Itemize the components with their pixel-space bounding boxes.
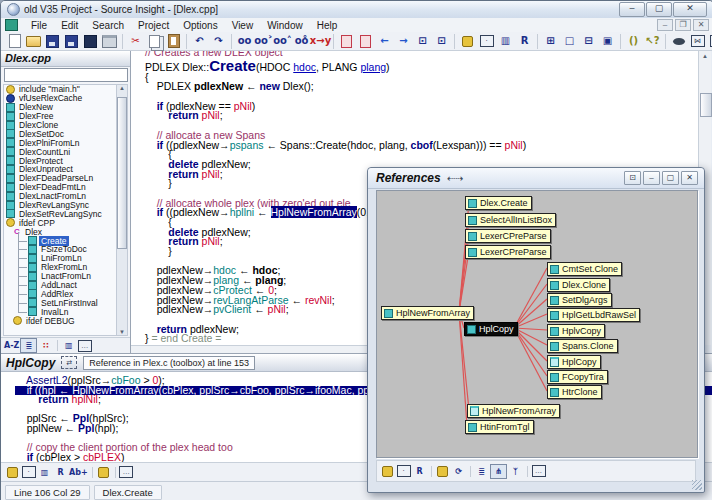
ref-node-hplnewfromarray[interactable]: HplNewFromArray — [467, 404, 560, 418]
mdi-restore-button[interactable]: ❐ — [675, 19, 691, 31]
ab-button[interactable]: Ab+ — [69, 466, 88, 479]
ref-node-fcopytira[interactable]: FCopyTira — [547, 370, 608, 384]
split-window-button[interactable]: ⊟ — [580, 34, 598, 49]
ref-node-hplcopy[interactable]: HplCopy — [464, 322, 518, 336]
ref-node-htinfromtgl[interactable]: HtinFromTgl — [465, 420, 534, 434]
print-button[interactable] — [101, 34, 119, 49]
symbol-scroll-thumb[interactable] — [117, 97, 127, 249]
menu-view[interactable]: View — [225, 20, 261, 31]
editor-scroll-thumb[interactable] — [700, 93, 712, 117]
call-parens-button[interactable]: () — [625, 34, 643, 49]
ref-node-lexercpreparse[interactable]: LexerCPreParse — [465, 245, 551, 259]
view-tree-button[interactable]: ᛉ — [508, 465, 523, 478]
menu-search[interactable]: Search — [85, 20, 131, 31]
save-as-button[interactable] — [63, 34, 81, 49]
members-button[interactable]: ∷ — [38, 339, 53, 352]
properties-button[interactable]: … — [77, 339, 92, 352]
code-line[interactable]: PDLEX Dlex::Create(HDOC hdoc, PLANG plan… — [145, 58, 526, 73]
menu-options[interactable]: Options — [176, 20, 224, 31]
ref-node-selectallinlistbox[interactable]: SelectAllInListBox — [465, 213, 556, 227]
resize-grip[interactable] — [692, 480, 702, 490]
maximize-button[interactable]: ▢ — [646, 2, 672, 17]
relation-window-button[interactable]: R — [516, 34, 534, 49]
view-list-button[interactable]: ≣ — [20, 338, 37, 353]
refresh-button[interactable]: ⟳ — [451, 465, 466, 478]
code-line[interactable]: if ((pdlexNew→pspans ← Spans::Create(hdo… — [145, 141, 526, 151]
context-window-button[interactable]: · — [478, 34, 496, 49]
lock-button[interactable] — [96, 466, 111, 479]
symbol-window-button[interactable]: ≡ — [708, 34, 712, 49]
lock-edit-button[interactable] — [380, 465, 395, 478]
save-all-button[interactable] — [82, 34, 100, 49]
jump-in-button[interactable]: ⊡ — [414, 34, 432, 49]
symbol-list-item[interactable]: ifdef DEBUG — [4, 316, 119, 325]
help-pointer-button[interactable]: ↖? — [644, 34, 662, 49]
ref-node-hplvcopy[interactable]: HplvCopy — [547, 324, 605, 338]
menu-window[interactable]: Window — [260, 20, 310, 31]
replace-button[interactable]: x→y — [312, 34, 330, 49]
references-title-bar[interactable]: References ⇠⇢ ⊡ – ▢ ✕ — [368, 168, 704, 189]
hyperlink-button[interactable] — [670, 34, 688, 49]
document-icon[interactable] — [5, 19, 18, 31]
mark-2-button[interactable] — [357, 34, 375, 49]
mark-button[interactable] — [338, 34, 356, 49]
ref-node-hplcopy[interactable]: HplCopy — [547, 355, 601, 369]
references-minimize-button[interactable]: – — [643, 171, 660, 185]
code-line[interactable]: PDLEX pdlexNew ← new Dlex(); — [145, 82, 526, 92]
ref-node-lexercpreparse[interactable]: LexerCPreParse — [465, 229, 551, 243]
properties-button[interactable]: … — [531, 465, 546, 478]
ref-node-spans-clone[interactable]: Spans.Clone — [547, 339, 618, 353]
references-dock-button[interactable]: ⊡ — [624, 171, 641, 185]
redo-button[interactable]: ↷ — [210, 34, 228, 49]
browse-project-button[interactable]: ▥ — [497, 34, 515, 49]
ref-node-hplgetlbdrawsel[interactable]: HplGetLbdRawSel — [547, 308, 640, 322]
cut-button[interactable]: ✂ — [127, 34, 145, 49]
full-window-button[interactable]: □ — [561, 34, 579, 49]
view-relation-button[interactable]: ⋔ — [490, 464, 507, 479]
ref-node-cmtset-clone[interactable]: CmtSet.Clone — [547, 262, 622, 276]
az-button[interactable]: A-Z — [4, 339, 19, 352]
go-back-button[interactable]: ← — [376, 34, 394, 49]
cascade-windows-button[interactable]: ▣ — [599, 34, 617, 49]
ref-node-dlex-clone[interactable]: Dlex.Clone — [547, 278, 610, 292]
relation-window-button[interactable]: R — [412, 465, 427, 478]
code-line[interactable]: return pNil; — [145, 111, 526, 121]
search-backward-button[interactable]: oo˄ — [274, 34, 292, 49]
search-files-button[interactable]: oo̊ — [293, 34, 311, 49]
undo-button[interactable]: ↶ — [191, 34, 209, 49]
mdi-close-button[interactable]: ✕ — [693, 19, 709, 31]
minimize-button[interactable]: – — [619, 2, 645, 17]
menu-project[interactable]: Project — [131, 20, 176, 31]
tile-windows-button[interactable]: ⊞ — [542, 34, 560, 49]
jump-out-button[interactable]: ⊡ — [433, 34, 451, 49]
context-window-icon[interactable]: ⇄ — [61, 356, 77, 369]
relation-view-button[interactable]: ⋈ — [689, 34, 707, 49]
menu-edit[interactable]: Edit — [54, 20, 85, 31]
open-file-button[interactable] — [25, 34, 43, 49]
symbol-filter-input[interactable] — [4, 68, 128, 82]
close-button[interactable]: ✕ — [673, 2, 707, 17]
ref-node-dlex-create[interactable]: Dlex.Create — [465, 196, 532, 210]
context-window-button[interactable]: · — [21, 466, 36, 479]
ref-node-setdlgargs[interactable]: SetDlgArgs — [547, 293, 612, 307]
references-close-button[interactable]: ✕ — [681, 171, 698, 185]
lock-edit-button[interactable] — [459, 34, 477, 49]
paste-button[interactable] — [165, 34, 183, 49]
mdi-minimize-button[interactable]: – — [657, 19, 673, 31]
menu-file[interactable]: File — [24, 20, 54, 31]
browse-project-button[interactable]: ▥ — [37, 466, 52, 479]
relation-window-button[interactable]: R — [53, 466, 68, 479]
symbol-list-scrollbar[interactable]: ▲ ▼ — [116, 84, 128, 336]
go-forward-button[interactable]: → — [395, 34, 413, 49]
copy-button[interactable] — [146, 34, 164, 49]
relation-graph-canvas[interactable]: Dlex.CreateSelectAllInListBoxLexerCPrePa… — [376, 190, 698, 458]
properties-button[interactable]: … — [119, 466, 134, 479]
search-button[interactable]: oo — [236, 34, 254, 49]
lock-edit-button[interactable] — [5, 466, 20, 479]
ref-node-htrclone[interactable]: HtrClone — [547, 385, 602, 399]
menu-help[interactable]: Help — [310, 20, 345, 31]
lock-button[interactable] — [435, 465, 450, 478]
new-file-button[interactable] — [6, 34, 24, 49]
ref-node-hplnewfromarray[interactable]: HplNewFromArray — [381, 306, 474, 320]
book-button[interactable]: ▥ — [61, 339, 76, 352]
